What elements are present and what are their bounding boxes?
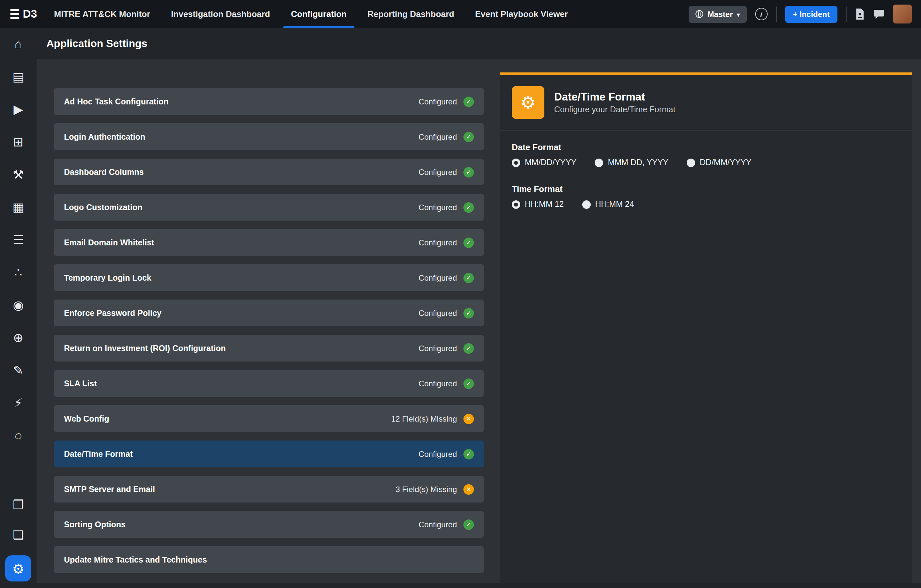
d3-logo[interactable]: D3 [10, 0, 37, 28]
broadcast-icon[interactable]: ◉ [9, 296, 28, 314]
radio-option[interactable]: DD/MM/YYYY [687, 158, 751, 167]
status-text: 12 Field(s) Missing [391, 414, 457, 423]
home-icon[interactable]: ⌂ [9, 34, 28, 53]
radio-option[interactable]: MM/DD/YYYY [512, 158, 576, 167]
radio-option[interactable]: HH:MM 12 [512, 200, 564, 209]
radio-icon [512, 158, 520, 167]
user-avatar[interactable] [893, 5, 912, 23]
row-status: Configured [419, 449, 474, 459]
divider [846, 6, 846, 22]
settings-row[interactable]: Logo Customization Configured [54, 194, 484, 221]
detail-title: Date/Time Format [554, 91, 675, 103]
status-text: Configured [419, 379, 457, 388]
settings-row[interactable]: Return on Investment (ROI) Configuration… [54, 335, 484, 362]
settings-list: Ad Hoc Task Configuration Configured Log… [54, 59, 484, 583]
status-icon [464, 132, 474, 142]
connections-icon[interactable]: ∴ [9, 263, 28, 281]
date-format-label: Date Format [512, 142, 900, 152]
database-icon[interactable]: ☰ [9, 231, 28, 249]
sync-icon[interactable]: ⚡ [9, 393, 28, 412]
page-header: Application Settings [37, 28, 921, 59]
detail-panel: ⚙ Date/Time Format Configure your Date/T… [500, 72, 912, 583]
settings-row[interactable]: SLA List Configured [54, 370, 484, 397]
nav-item[interactable]: Event Playbook Viewer [465, 0, 578, 28]
chevron-down-icon [737, 10, 740, 19]
status-text: Configured [419, 309, 457, 317]
chat-icon[interactable] [873, 9, 884, 19]
settings-row[interactable]: Email Domain Whitelist Configured [54, 229, 484, 256]
row-status: Configured [419, 96, 474, 107]
settings-gear-icon[interactable]: ⚙ [5, 556, 31, 582]
status-icon [464, 519, 474, 530]
settings-row[interactable]: Dashboard Columns Configured [54, 159, 484, 185]
time-format-label: Time Format [512, 184, 900, 194]
app-root: D3 MITRE ATT&CK MonitorInvestigation Das… [0, 0, 921, 588]
status-icon [464, 202, 474, 213]
status-text: Configured [419, 238, 457, 247]
integrations-icon[interactable]: ⊞ [9, 133, 28, 151]
radio-icon [687, 158, 695, 167]
status-icon [464, 449, 474, 459]
media-icon[interactable]: ❏ [9, 525, 28, 544]
document-icon[interactable] [855, 8, 865, 19]
settings-row[interactable]: Update Mitre Tactics and Techniques [54, 546, 484, 573]
top-navbar: D3 MITRE ATT&CK MonitorInvestigation Das… [0, 0, 921, 28]
settings-row[interactable]: Ad Hoc Task Configuration Configured [54, 88, 484, 115]
status-icon [464, 484, 474, 494]
d3-logo-mark [10, 9, 19, 19]
internet-icon[interactable]: ⊕ [9, 328, 28, 346]
row-status: Configured [419, 273, 474, 283]
main-area: Application Settings Ad Hoc Task Configu… [37, 28, 921, 588]
detail-body: Date Format MM/DD/YYYY MMM DD, YYYY [500, 130, 912, 221]
report-icon[interactable]: ✎ [9, 361, 28, 379]
sidebar-bottom-icons: ❐❏⚙ [5, 495, 31, 582]
radio-option[interactable]: HH:MM 24 [582, 200, 634, 209]
row-status: 12 Field(s) Missing [391, 413, 474, 424]
settings-row[interactable]: SMTP Server and Email 3 Field(s) Missing [54, 476, 484, 502]
settings-row[interactable]: Temporary Login Lock Configured [54, 264, 484, 291]
info-icon[interactable] [755, 8, 767, 20]
playbook-icon[interactable]: ▶ [9, 100, 28, 118]
settings-row[interactable]: Web Config 12 Field(s) Missing [54, 405, 484, 432]
radio-option[interactable]: MMM DD, YYYY [595, 158, 669, 167]
monitor-icon[interactable]: ▤ [9, 67, 28, 86]
content-area: Ad Hoc Task Configuration Configured Log… [37, 59, 921, 583]
status-text: Configured [419, 520, 457, 529]
settings-row[interactable]: Login Authentication Configured [54, 123, 484, 150]
row-status: Configured [419, 308, 474, 318]
page-title: Application Settings [46, 38, 147, 50]
nav-item[interactable]: Investigation Dashboard [161, 0, 280, 28]
utilities-icon[interactable]: ⚒ [9, 165, 28, 184]
d3-logo-text: D3 [23, 8, 37, 21]
time-format-options: HH:MM 12 HH:MM 24 [512, 200, 900, 209]
status-text: Configured [419, 167, 457, 177]
settings-row[interactable]: Sorting Options Configured [54, 511, 484, 538]
status-text: Configured [419, 344, 457, 353]
status-icon [464, 167, 474, 177]
nav-item[interactable]: MITRE ATT&CK Monitor [43, 0, 161, 28]
fingerprint-icon[interactable]: ◌ [9, 426, 28, 444]
status-text: 3 Field(s) Missing [395, 484, 457, 494]
master-version-button[interactable]: Master [688, 6, 746, 23]
date-format-group: Date Format MM/DD/YYYY MMM DD, YYYY [512, 142, 900, 167]
status-icon [464, 96, 474, 107]
status-icon [464, 308, 474, 318]
gear-icon: ⚙ [512, 86, 544, 119]
windows-icon[interactable]: ❐ [9, 495, 28, 513]
nav-item[interactable]: Reporting Dashboard [357, 0, 465, 28]
nav-item[interactable]: Configuration [281, 0, 357, 28]
calendar-icon[interactable]: ▦ [9, 198, 28, 216]
icon-sidebar: ⌂▤▶⊞⚒▦☰∴◉⊕✎⚡◌ ❐❏⚙ [0, 28, 37, 588]
row-status: Configured [419, 378, 474, 389]
row-status: Configured [419, 237, 474, 248]
settings-row[interactable]: Enforce Password Policy Configured [54, 300, 484, 326]
settings-row[interactable]: Date/Time Format Configured [54, 440, 484, 467]
status-text: Configured [419, 97, 457, 106]
row-status: Configured [419, 519, 474, 530]
new-incident-button[interactable]: + Incident [785, 6, 838, 23]
detail-titles: Date/Time Format Configure your Date/Tim… [554, 91, 675, 114]
row-status: Configured [419, 202, 474, 213]
primary-nav: MITRE ATT&CK MonitorInvestigation Dashbo… [43, 0, 578, 28]
row-status: Configured [419, 167, 474, 177]
status-icon [464, 343, 474, 353]
